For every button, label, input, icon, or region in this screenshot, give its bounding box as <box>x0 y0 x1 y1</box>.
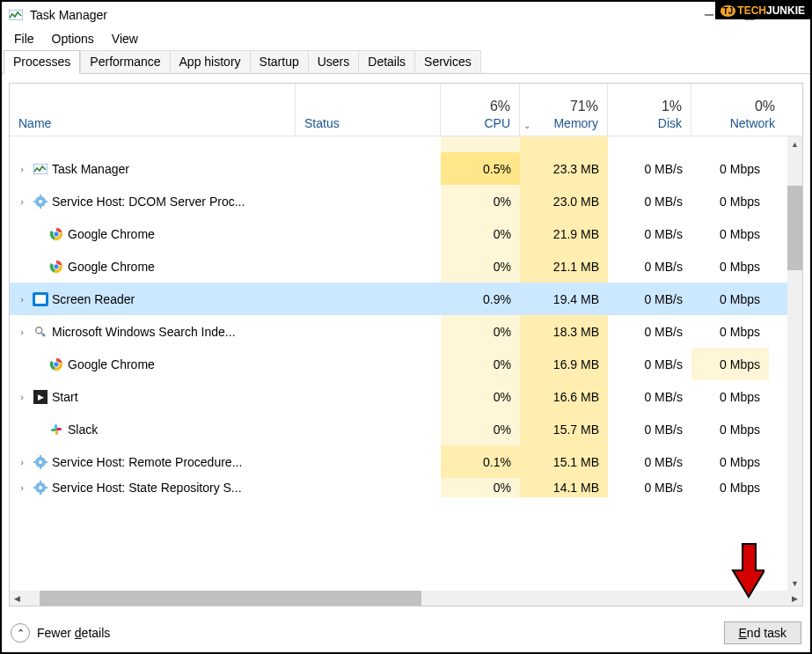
tab-processes[interactable]: Processes <box>4 50 80 74</box>
process-name-cell: ›Screen Reader <box>10 283 296 315</box>
process-row[interactable]: ›Task Manager0.5%23.3 MB0 MB/s0 Mbps <box>10 152 787 185</box>
svg-point-18 <box>36 327 42 333</box>
tab-users[interactable]: Users <box>308 50 360 74</box>
process-name-cell: ›Microsoft Windows Search Inde... <box>10 315 296 348</box>
process-list-wrap: Google Chrome0%24.2 MB0 MB/s0 Mbps›Task … <box>10 136 802 591</box>
cpu-cell: 0.1% <box>441 445 520 478</box>
vertical-scrollbar[interactable]: ▲ ▼ <box>787 136 802 591</box>
header-cpu[interactable]: 6% CPU <box>441 84 520 136</box>
scroll-left-button[interactable]: ◀ <box>10 591 25 606</box>
process-status-cell <box>296 217 441 250</box>
svg-rect-29 <box>40 455 41 458</box>
process-row[interactable]: ›Service Host: Remote Procedure...0.1%15… <box>10 445 787 478</box>
memory-cell: 23.0 MB <box>520 185 608 217</box>
expand-chevron-icon[interactable]: › <box>15 164 29 174</box>
scroll-down-button[interactable]: ▼ <box>787 576 802 591</box>
disk-cell: 0 MB/s <box>608 413 691 445</box>
process-row[interactable]: ›Service Host: State Repository S...0%14… <box>10 478 787 497</box>
memory-cell: 21.1 MB <box>520 250 608 283</box>
process-status-cell <box>296 380 441 413</box>
tab-performance[interactable]: Performance <box>80 50 170 74</box>
network-cell: 0 Mbps <box>691 478 769 497</box>
chrome-icon <box>48 259 64 275</box>
header-name[interactable]: Name <box>10 84 296 136</box>
watermark-overlay: TJTECHJUNKIE <box>715 2 810 19</box>
process-row[interactable]: Google Chrome0%16.9 MB0 MB/s0 Mbps <box>10 348 787 380</box>
expand-chevron-icon[interactable]: › <box>15 196 29 207</box>
cpu-cell: 0% <box>441 478 520 497</box>
process-name-label: Service Host: State Repository S... <box>52 481 242 495</box>
gear-icon <box>33 194 48 209</box>
chrome-icon <box>48 226 64 242</box>
network-cell: 0 Mbps <box>691 185 769 217</box>
column-headers: Name Status 6% CPU ⌄ 71% Memory 1% Disk … <box>10 84 802 136</box>
disk-cell: 0 MB/s <box>608 380 691 413</box>
svg-rect-30 <box>40 467 41 469</box>
network-cell: 0 Mbps <box>691 380 769 413</box>
process-row[interactable]: Google Chrome0%24.2 MB0 MB/s0 Mbps <box>10 136 787 152</box>
process-row[interactable]: ›Microsoft Windows Search Inde...0%18.3 … <box>10 315 787 348</box>
menu-view[interactable]: View <box>103 30 147 48</box>
process-row[interactable]: Slack0%15.7 MB0 MB/s0 Mbps <box>10 413 787 445</box>
process-status-cell <box>296 283 441 315</box>
task-manager-icon <box>9 8 23 22</box>
menu-file[interactable]: File <box>5 30 43 48</box>
memory-cell: 14.1 MB <box>520 478 608 497</box>
network-cell: 0 Mbps <box>691 217 769 250</box>
svg-rect-26 <box>56 428 62 430</box>
scroll-thumb-h[interactable] <box>40 591 421 606</box>
fewer-details-button[interactable]: ⌃ Fewer details <box>11 623 110 643</box>
svg-point-15 <box>54 231 59 236</box>
process-name-label: Service Host: Remote Procedure... <box>52 455 242 469</box>
process-name-cell: Google Chrome <box>10 217 296 250</box>
process-status-cell <box>296 348 441 380</box>
scroll-thumb[interactable] <box>787 186 802 270</box>
process-name-label: Service Host: DCOM Server Proc... <box>52 195 245 209</box>
process-name-cell: ›Task Manager <box>10 152 296 185</box>
expand-chevron-icon[interactable]: › <box>15 457 29 467</box>
task-manager-window: TJTECHJUNKIE Task Manager File Options V… <box>2 2 810 652</box>
process-row[interactable]: ›Screen Reader0.9%19.4 MB0 MB/s0 Mbps <box>10 283 787 315</box>
tab-bar: Processes Performance App history Startu… <box>2 49 810 74</box>
header-network[interactable]: 0% Network <box>691 84 784 136</box>
process-status-cell <box>296 478 441 497</box>
collapse-chevron-icon: ⌃ <box>11 623 30 643</box>
memory-cell: 16.9 MB <box>520 348 608 380</box>
process-row[interactable]: Google Chrome0%21.1 MB0 MB/s0 Mbps <box>10 250 787 283</box>
svg-rect-36 <box>40 492 41 495</box>
horizontal-scrollbar[interactable]: ◀ ▶ <box>10 591 802 606</box>
disk-cell: 0 MB/s <box>608 478 691 497</box>
expand-chevron-icon[interactable]: › <box>15 294 29 305</box>
header-status[interactable]: Status <box>296 84 441 136</box>
process-name-label: Microsoft Windows Search Inde... <box>52 325 236 339</box>
network-cell: 0 Mbps <box>691 413 769 445</box>
end-task-button[interactable]: End task <box>724 621 801 644</box>
scroll-right-button[interactable]: ▶ <box>787 591 802 606</box>
cpu-cell: 0.9% <box>441 283 520 315</box>
expand-chevron-icon[interactable]: › <box>15 482 29 493</box>
cpu-cell: 0% <box>441 185 520 217</box>
scroll-up-button[interactable]: ▲ <box>787 136 802 151</box>
screen-icon <box>33 291 48 307</box>
tab-app-history[interactable]: App history <box>170 50 251 74</box>
process-row[interactable]: Google Chrome0%21.9 MB0 MB/s0 Mbps <box>10 217 787 250</box>
expand-chevron-icon[interactable]: › <box>15 392 29 402</box>
header-disk[interactable]: 1% Disk <box>608 84 691 136</box>
tab-details[interactable]: Details <box>358 50 415 74</box>
process-row[interactable]: ›Service Host: DCOM Server Proc...0%23.0… <box>10 185 787 217</box>
process-list[interactable]: Google Chrome0%24.2 MB0 MB/s0 Mbps›Task … <box>10 136 787 591</box>
process-status-cell <box>296 315 441 348</box>
network-cell: 0 Mbps <box>691 250 769 283</box>
svg-point-17 <box>54 263 59 268</box>
process-row[interactable]: ›▶Start0%16.6 MB0 MB/s0 Mbps <box>10 380 787 413</box>
svg-rect-11 <box>40 206 41 209</box>
process-name-cell: ›Service Host: Remote Procedure... <box>10 445 296 478</box>
expand-chevron-icon[interactable]: › <box>15 327 29 337</box>
tab-startup[interactable]: Startup <box>250 50 309 74</box>
menu-options[interactable]: Options <box>43 30 103 48</box>
tab-services[interactable]: Services <box>414 50 481 74</box>
process-panel: Name Status 6% CPU ⌄ 71% Memory 1% Disk … <box>9 83 803 606</box>
network-cell: 0 Mbps <box>691 136 769 152</box>
memory-cell: 15.7 MB <box>520 413 608 445</box>
header-memory[interactable]: ⌄ 71% Memory <box>520 84 608 136</box>
